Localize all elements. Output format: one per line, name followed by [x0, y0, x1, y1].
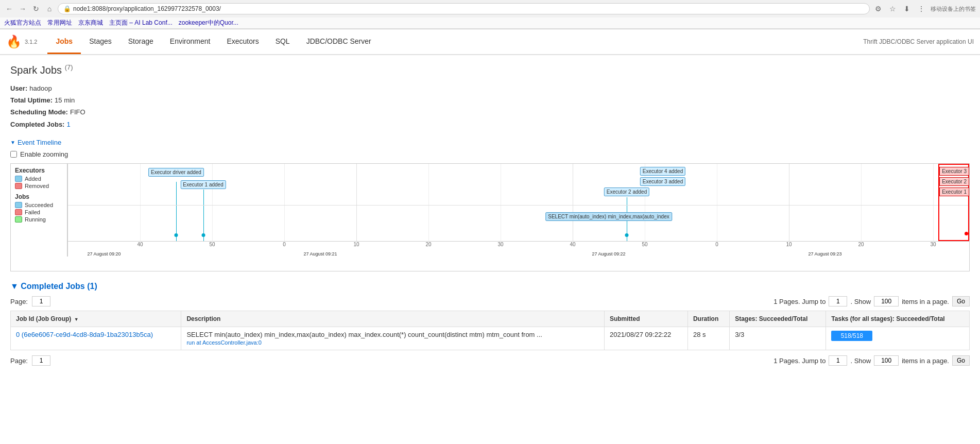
show-label-top: . Show — [850, 298, 871, 305]
spark-flame-icon: 🔥 — [6, 35, 22, 49]
page-input-bottom[interactable] — [32, 355, 50, 366]
pagination-right-bottom: 1 Pages. Jump to . Show items in a page.… — [773, 355, 970, 366]
task-progress-bar: 518/518 — [831, 331, 872, 341]
bookmark-button[interactable]: ☆ — [887, 4, 898, 14]
nav-tabs: Jobs Stages Storage Environment Executor… — [47, 30, 379, 54]
removed-color-box — [15, 183, 22, 189]
spark-version: 3.1.2 — [25, 39, 37, 45]
forward-button[interactable]: → — [18, 4, 28, 14]
timeline-container: Executors Added Removed Jobs Succeeded — [10, 163, 970, 271]
run-at-link[interactable]: run at AccessController.java:0 — [186, 339, 262, 346]
jump-input-bottom[interactable] — [829, 355, 847, 366]
jobs-legend: Jobs Succeeded Failed Running — [15, 193, 63, 223]
jump-input-top[interactable] — [829, 296, 847, 306]
show-input-top[interactable] — [874, 296, 899, 306]
tab-jobs[interactable]: Jobs — [47, 30, 81, 54]
executor-driver-added-label: Executor driver added — [151, 169, 201, 175]
completed-jobs-section-header[interactable]: ▼ Completed Jobs (1) — [10, 282, 970, 291]
show-input-bottom[interactable] — [874, 355, 899, 366]
executor-4-added-event[interactable]: Executor 4 added — [640, 167, 685, 176]
select-job-event[interactable]: SELECT min(auto_index) min_index,max(aut… — [545, 212, 672, 221]
executor-3-tag[interactable]: Executor 3 — [939, 167, 969, 176]
bookmark-3[interactable]: 京东商城 — [78, 19, 103, 27]
go-button-bottom[interactable]: Go — [952, 355, 970, 366]
completed-jobs-section-label: Completed Jobs (1) — [21, 282, 97, 291]
tab-jdbc[interactable]: JDBC/ODBC Server — [298, 30, 380, 54]
running-legend-label: Running — [25, 216, 46, 223]
select-job-label: SELECT min(auto_index) min_index,max(aut… — [548, 214, 669, 219]
tab-storage[interactable]: Storage — [120, 30, 162, 54]
tab-executors[interactable]: Executors — [218, 30, 267, 54]
executor-driver-line — [176, 182, 177, 241]
running-legend-item: Running — [15, 216, 63, 223]
job-id-link[interactable]: 0 (6e6e6067-ce9d-4cd8-8da9-1ba23013b5ca) — [16, 331, 153, 338]
url-text: node1:8088/proxy/application_16299772325… — [73, 5, 864, 12]
enable-zoom-checkbox[interactable] — [10, 151, 17, 158]
description-text: SELECT min(auto_index) min_index,max(aut… — [186, 331, 599, 338]
bookmark-4[interactable]: 主页面 – AI Lab Conf... — [109, 19, 173, 27]
bookmark-5[interactable]: zookeeper中的Quor... — [179, 19, 238, 27]
job-id-cell: 0 (6e6e6067-ce9d-4cd8-8da9-1ba23013b5ca) — [11, 327, 181, 350]
executors-legend-title: Executors — [15, 167, 63, 174]
executor-3-added-event[interactable]: Executor 3 added — [640, 177, 685, 186]
nav-right-text: Thrift JDBC/ODBC Server application UI — [863, 38, 974, 45]
col-duration: Duration — [687, 311, 729, 327]
executor-2-dot — [625, 233, 629, 237]
download-button[interactable]: ⬇ — [902, 4, 912, 14]
event-timeline-toggle: ▼ Event Timeline — [10, 139, 970, 146]
sort-arrow-icon: ▼ — [74, 317, 79, 322]
info-table: User: hadoop Total Uptime: 15 min Schedu… — [10, 82, 970, 131]
executor-3-added-label: Executor 3 added — [643, 179, 683, 184]
back-button[interactable]: ← — [4, 4, 14, 14]
running-color-box — [15, 216, 22, 223]
page-label-top: Page: — [10, 298, 28, 305]
timeline-legend: Executors Added Removed Jobs Succeeded — [11, 164, 67, 257]
description-cell: SELECT min(auto_index) min_index,max(aut… — [181, 327, 605, 350]
executor-driver-dot — [175, 233, 178, 237]
executor-driver-added-event[interactable]: Executor driver added — [148, 168, 204, 177]
event-timeline-toggle-btn[interactable]: ▼ Event Timeline — [10, 139, 61, 146]
submitted-cell: 2021/08/27 09:22:22 — [604, 327, 687, 350]
page-input-top[interactable] — [32, 296, 50, 306]
col-tasks: Tasks (for all stages): Succeeded/Total — [826, 311, 970, 327]
tab-sql[interactable]: SQL — [267, 30, 298, 54]
reload-button[interactable]: ↻ — [31, 4, 41, 14]
job-count-badge: (7) — [65, 63, 73, 71]
tab-environment[interactable]: Environment — [162, 30, 219, 54]
scheduling-label: Scheduling Mode: — [10, 106, 68, 118]
failed-legend-item: Failed — [15, 209, 63, 215]
executor-legend: Executors Added Removed — [15, 167, 63, 189]
executor-1-added-label: Executor 1 added — [183, 182, 223, 187]
completed-jobs-label: Completed Jobs: — [10, 118, 64, 130]
pagination-right-top: 1 Pages. Jump to . Show items in a page.… — [773, 296, 970, 306]
extensions-button[interactable]: ⚙ — [873, 4, 883, 14]
menu-button[interactable]: ⋮ — [916, 4, 926, 14]
executor-4-added-label: Executor 4 added — [643, 168, 683, 174]
jobs-table: Job Id (Job Group) ▼ Description Submitt… — [10, 311, 970, 350]
executor-1-added-event[interactable]: Executor 1 added — [180, 180, 226, 189]
col-job-id: Job Id (Job Group) ▼ — [11, 311, 181, 327]
bookmark-1[interactable]: 火狐官方站点 — [4, 19, 41, 27]
url-bar[interactable]: 🔒 node1:8088/proxy/application_162997723… — [58, 3, 870, 14]
uptime-value: 15 min — [55, 94, 75, 106]
go-button-top[interactable]: Go — [952, 296, 970, 306]
page-title-text: Spark Jobs — [10, 64, 62, 76]
home-button[interactable]: ⌂ — [44, 4, 55, 14]
scheduling-row: Scheduling Mode: FIFO — [10, 106, 970, 118]
bookmarks-bar: 火狐官方站点 常用网址 京东商城 主页面 – AI Lab Conf... zo… — [0, 18, 980, 29]
completed-jobs-row: Completed Jobs: 1 — [10, 118, 970, 130]
executor-2-tag[interactable]: Executor 2 — [939, 177, 969, 186]
col-stages: Stages: Succeeded/Total — [730, 311, 826, 327]
browser-chrome: ← → ↻ ⌂ 🔒 node1:8088/proxy/application_1… — [0, 0, 980, 29]
succeeded-legend-item: Succeeded — [15, 202, 63, 208]
enable-zoom-label: Enable zooming — [20, 150, 68, 158]
executor-1-tag[interactable]: Executor 1 — [939, 187, 969, 196]
tab-stages[interactable]: Stages — [81, 30, 120, 54]
lock-icon: 🔒 — [63, 5, 71, 12]
duration-cell: 28 s — [687, 327, 729, 350]
bookmark-2[interactable]: 常用网址 — [47, 19, 72, 27]
mobile-bookmarks: 移动设备上的书签 — [931, 5, 976, 13]
completed-jobs-link[interactable]: 1 — [66, 118, 70, 130]
toggle-icon: ▼ — [10, 282, 21, 291]
executor-2-added-event[interactable]: Executor 2 added — [604, 187, 649, 196]
